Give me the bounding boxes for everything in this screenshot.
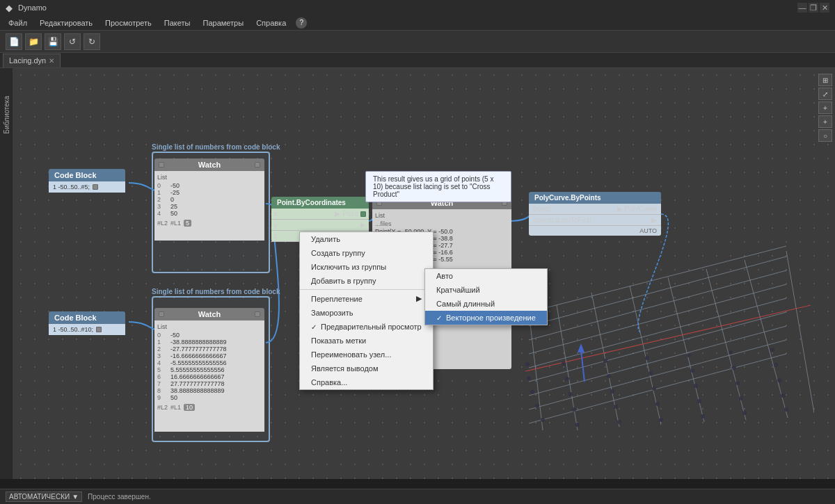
sidebar: Библиотека: [0, 68, 13, 479]
svg-point-38: [777, 378, 781, 382]
watch-2-row-0: 0-50: [157, 332, 262, 339]
watch-2-body: List 0-50 1-38.8888888888889 2-27.777777…: [154, 320, 264, 432]
rt-expand-button[interactable]: ⤢: [818, 88, 832, 100]
ctx-help[interactable]: Справка...: [300, 375, 433, 389]
watch-1-body: List 0-50 1-25 20 325 450 #L2#L1 5: [154, 171, 264, 241]
ctx-exclude-group[interactable]: Исключить из группы: [300, 260, 433, 274]
titlebar-controls: — ❐ ✕: [797, 3, 829, 13]
menubar: Файл Редактировать Просмотреть Пакеты Па…: [0, 15, 835, 31]
code-block-2-header: Code Block: [49, 311, 125, 324]
menu-help[interactable]: Справка: [250, 17, 292, 29]
svg-line-8: [529, 246, 786, 312]
ctx-create-group[interactable]: Создать группу: [300, 246, 433, 260]
watch-2-row-4: 4-5.55555555555556: [157, 359, 262, 366]
watch-2-footer: #L2#L1 10: [157, 404, 262, 411]
maximize-button[interactable]: ❐: [809, 3, 818, 13]
redo-button[interactable]: ↻: [84, 33, 100, 50]
rt-fit-button[interactable]: ○: [818, 129, 832, 142]
menu-view[interactable]: Просмотреть: [100, 17, 157, 29]
status-text: Процесс завершен.: [88, 493, 151, 501]
svg-line-0: [529, 354, 786, 423]
3d-grid-svg: [522, 243, 814, 437]
svg-point-51: [729, 350, 733, 355]
watch-2-row-8: 838.8888888888889: [157, 387, 262, 394]
svg-line-16: [786, 251, 814, 413]
code-block-2-output-port[interactable]: [96, 327, 102, 332]
ctx-lacing[interactable]: Переплетение ▶: [300, 291, 433, 306]
save-button[interactable]: 💾: [45, 33, 61, 50]
svg-point-32: [530, 390, 534, 394]
submenu-auto[interactable]: Авто: [425, 269, 547, 283]
polycurve-header: PolyCurve.ByPoints: [529, 192, 661, 204]
svg-point-46: [525, 362, 530, 366]
svg-line-17: [525, 305, 811, 371]
canvas[interactable]: Библиотека Single list of numbers from c…: [0, 68, 835, 479]
rt-zoom-in-button[interactable]: +: [818, 101, 832, 114]
rt-grid-button[interactable]: ⊞: [818, 74, 832, 86]
help-icon[interactable]: ?: [296, 17, 307, 29]
svg-point-37: [735, 381, 740, 385]
watch-2-output-port[interactable]: [255, 311, 260, 317]
svg-marker-54: [578, 343, 584, 352]
new-button[interactable]: 📄: [6, 33, 22, 50]
svg-line-9: [529, 312, 543, 430]
ctx-delete[interactable]: Удалить: [300, 232, 433, 246]
mode-dropdown[interactable]: АВТОМАТИЧЕСКИ ▼: [6, 491, 82, 502]
code-block-1-output-port[interactable]: [93, 184, 98, 190]
watch-1-row-1: 1-25: [157, 189, 262, 196]
tab-lacing[interactable]: Lacing.dyn ✕: [3, 54, 61, 67]
point-y-row: y ▶: [271, 220, 369, 231]
watch-1-output-port[interactable]: [255, 162, 260, 168]
watch-2-input-port[interactable]: [159, 311, 164, 317]
svg-point-45: [774, 363, 778, 367]
sidebar-library[interactable]: Библиотека: [3, 96, 10, 133]
svg-point-19: [575, 423, 580, 427]
menu-edit[interactable]: Редактировать: [34, 17, 98, 29]
tab-close-button[interactable]: ✕: [49, 57, 54, 65]
svg-point-52: [770, 348, 774, 352]
watch-1-footer: #L2#L1 5: [157, 220, 262, 227]
context-menu: Удалить Создать группу Исключить из груп…: [299, 231, 434, 390]
svg-point-44: [732, 366, 736, 370]
watch-2-row-3: 3-16.6666666666667: [157, 352, 262, 359]
submenu-cross-product[interactable]: ✓ Векторное произведение: [425, 311, 547, 325]
menu-file[interactable]: Файл: [3, 17, 33, 29]
watch-2-row-5: 55.55555555555556: [157, 366, 262, 373]
svg-point-43: [690, 368, 694, 373]
svg-point-40: [565, 377, 569, 381]
menu-params[interactable]: Параметры: [197, 17, 249, 29]
open-button[interactable]: 📁: [25, 33, 42, 50]
group1-label: Single list of numbers from code block: [152, 143, 280, 151]
ctx-preview[interactable]: ✓ Предварительный просмотр: [300, 320, 433, 334]
polycurve-body: points ▶ PolyCurve connectLastToFirst ▶ …: [529, 204, 661, 236]
code-block-1-header: Code Block: [49, 169, 125, 181]
submenu-longest[interactable]: Самый длинный: [425, 297, 547, 311]
submenu-shortest[interactable]: Кратчайший: [425, 283, 547, 297]
close-button[interactable]: ✕: [820, 3, 829, 13]
undo-button[interactable]: ↺: [64, 33, 81, 50]
svg-line-4: [529, 298, 786, 368]
group2-label: Single list of numbers from code block: [152, 288, 280, 295]
svg-point-25: [535, 404, 539, 408]
dropdown-arrow-icon: ▼: [72, 493, 79, 501]
ctx-rename[interactable]: Переименовать узел...: [300, 348, 433, 361]
ctx-show-labels[interactable]: Показать метки: [300, 334, 433, 348]
watch-2-row-2: 2-27.7777777777778: [157, 346, 262, 352]
menu-packages[interactable]: Пакеты: [159, 17, 196, 29]
polycurve-node: PolyCurve.ByPoints points ▶ PolyCurve co…: [529, 192, 661, 236]
svg-line-7: [529, 257, 786, 326]
svg-point-33: [568, 392, 573, 396]
watch-1-input-port[interactable]: [159, 162, 164, 168]
minimize-button[interactable]: —: [797, 3, 807, 13]
svg-point-50: [687, 353, 691, 357]
svg-point-42: [649, 371, 653, 375]
rt-zoom-out-button[interactable]: +: [818, 115, 832, 128]
svg-point-29: [697, 399, 701, 403]
viewport-3d: [522, 243, 814, 437]
ctx-freeze[interactable]: Заморозить: [300, 306, 433, 320]
ctx-add-group[interactable]: Добавить в группу: [300, 274, 433, 288]
ctx-is-output[interactable]: Является выводом: [300, 361, 433, 375]
point-output-port[interactable]: [360, 211, 366, 217]
svg-point-28: [655, 402, 660, 406]
svg-line-2: [529, 326, 786, 396]
